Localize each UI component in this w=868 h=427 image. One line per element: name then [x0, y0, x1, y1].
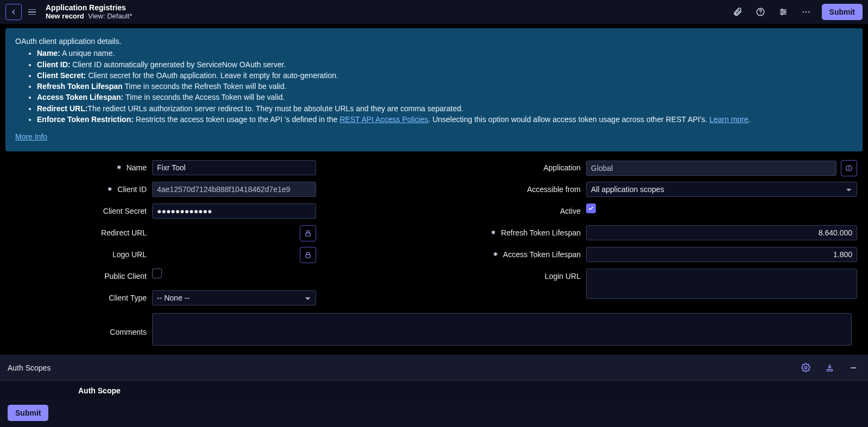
page-subtitle: New record View: Default* [46, 12, 132, 21]
footer: Submit [0, 399, 868, 427]
label-redirect-url: Redirect URL [11, 225, 152, 237]
svg-point-1 [760, 14, 761, 15]
back-button[interactable] [5, 4, 22, 20]
help-icon[interactable] [753, 5, 768, 19]
title-block: Application Registries New record View: … [46, 3, 132, 20]
label-public-client: Public Client [11, 269, 152, 281]
label-refresh-lifespan: Refresh Token Lifespan [445, 225, 586, 237]
label-login-url: Login URL [445, 269, 586, 281]
client-secret-input[interactable] [152, 203, 316, 219]
label-client-type: Client Type [11, 290, 152, 302]
login-url-textarea[interactable] [586, 269, 857, 299]
redirect-url-unlock-button[interactable] [300, 225, 316, 241]
auth-scopes-title: Auth Scopes [8, 364, 51, 372]
info-box: OAuth client application details. Name: … [5, 28, 863, 151]
application-info-button[interactable] [841, 160, 857, 176]
svg-point-8 [802, 11, 803, 12]
label-active: Active [445, 203, 586, 215]
svg-point-7 [781, 13, 783, 15]
label-accessible-from: Accessible from [445, 182, 586, 194]
logo-url-unlock-button[interactable] [300, 247, 316, 263]
info-lead: OAuth client application details. [15, 36, 853, 47]
submit-button-bottom[interactable]: Submit [8, 405, 48, 421]
application-input[interactable] [586, 161, 836, 176]
learn-more-link[interactable]: Learn more [709, 115, 749, 124]
svg-point-10 [808, 11, 809, 12]
more-icon[interactable] [799, 5, 813, 19]
attachment-icon[interactable] [731, 5, 745, 19]
svg-rect-17 [827, 369, 832, 371]
label-name: Name [11, 160, 152, 172]
label-application: Application [445, 160, 586, 172]
page-title: Application Registries [46, 3, 132, 12]
label-access-lifespan: Access Token Lifespan [445, 247, 586, 259]
more-info-link[interactable]: More Info [15, 131, 47, 142]
topbar: Application Registries New record View: … [0, 0, 868, 24]
access-lifespan-input[interactable] [586, 247, 857, 262]
gear-icon[interactable] [798, 361, 813, 375]
svg-point-15 [849, 167, 850, 167]
menu-toggle[interactable] [26, 7, 38, 17]
label-client-id: Client ID [11, 182, 152, 194]
svg-rect-12 [306, 254, 310, 258]
settings-sliders-icon[interactable] [776, 5, 790, 19]
name-input[interactable] [152, 160, 316, 175]
svg-point-5 [781, 9, 783, 11]
label-logo-url: Logo URL [11, 247, 152, 259]
label-comments: Comments [11, 313, 152, 347]
rest-api-policies-link[interactable]: REST API Access Policies [339, 115, 428, 124]
svg-rect-11 [306, 233, 310, 236]
comments-textarea[interactable] [152, 313, 852, 346]
collapse-icon[interactable] [846, 361, 860, 375]
columns-icon[interactable] [822, 361, 836, 375]
active-checkbox[interactable] [586, 203, 596, 213]
client-type-select[interactable]: -- None -- [152, 290, 316, 305]
submit-button-top[interactable]: Submit [822, 4, 863, 20]
client-id-input[interactable] [152, 182, 316, 197]
svg-point-9 [805, 11, 806, 12]
column-auth-scope: Auth Scope [71, 381, 128, 400]
public-client-checkbox[interactable] [152, 269, 162, 278]
svg-point-6 [783, 11, 785, 13]
refresh-lifespan-input[interactable] [586, 225, 857, 240]
label-client-secret: Client Secret [11, 203, 152, 215]
auth-scopes-header: Auth Scopes [0, 355, 868, 381]
auth-scopes-table-head: Auth Scope [0, 381, 868, 401]
accessible-from-select[interactable]: All application scopes [586, 182, 857, 197]
svg-point-16 [804, 367, 807, 369]
